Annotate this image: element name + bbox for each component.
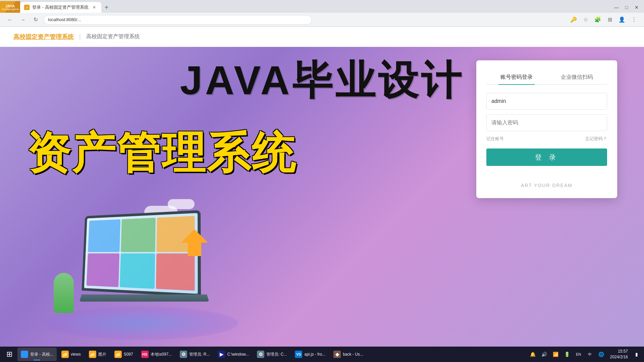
taskbar: ⊞ 🌐 登录 - 高校... 📁 views 📁 图片 📁 S097 HS 本地… [0, 347, 644, 362]
password-icon[interactable]: 🔑 [569, 15, 578, 24]
site-logo-link[interactable]: 高校固定资产管理系统 [13, 33, 74, 41]
taskbar-right-area: 🔔 🔊 📶 🔋 EN 中 🌐 15:57 2024/2/16 ▮ [528, 349, 641, 360]
back-taskbar-icon: ◆ [333, 351, 341, 358]
taskbar-item-back[interactable]: ◆ back - Us... [330, 348, 367, 361]
login-button[interactable]: 登 录 [486, 148, 607, 166]
s097-taskbar-icon: 📁 [114, 351, 122, 358]
figure-decoration [54, 273, 74, 313]
taskbar-battery-icon[interactable]: 🔋 [562, 350, 572, 359]
new-tab-button[interactable]: + [101, 2, 112, 13]
taskbar-network-icon[interactable]: 📶 [551, 350, 560, 359]
taskbar-volume-icon[interactable]: 🔊 [540, 350, 549, 359]
tab-bar: JAVA Vue&SpringBoot J 登录 - 高校固定资产管理系统 ✕ … [0, 0, 644, 13]
vscode-taskbar-label: api.js - fro... [304, 352, 325, 357]
laptop-illustration [77, 213, 218, 320]
login-tabs: 账号密码登录 企业微信扫码 [486, 70, 607, 85]
minimize-button[interactable]: — [612, 3, 621, 12]
s097-taskbar-label: S097 [124, 352, 133, 357]
illustration [27, 186, 262, 347]
mgr2-taskbar-icon: ⚙ [257, 351, 264, 358]
maximize-button[interactable]: □ [622, 3, 631, 12]
taskbar-item-mgr1[interactable]: ⚙ 管理员: R... [176, 348, 213, 361]
screen-block-4 [87, 253, 119, 287]
back-button[interactable]: ← [5, 15, 15, 24]
views-taskbar-label: views [71, 352, 81, 357]
forward-button[interactable]: → [18, 15, 28, 24]
laptop-screen-content [84, 213, 198, 294]
taskbar-clock[interactable]: 15:57 2024/2/16 [608, 349, 630, 360]
active-tab[interactable]: J 登录 - 高校固定资产管理系统 ✕ [20, 2, 101, 13]
start-button[interactable]: ⊞ [3, 348, 16, 361]
close-button[interactable]: ✕ [632, 3, 641, 12]
bookmark-icon[interactable]: ☆ [581, 15, 590, 24]
site-nav: 高校固定资产管理系统 | 高校固定资产管理系统 [0, 27, 644, 47]
taskbar-ime-icon[interactable]: 🌐 [597, 350, 606, 359]
pictures-taskbar-label: 图片 [98, 352, 106, 357]
login-panel: 账号密码登录 企业微信扫码 记住账号 忘记密码？ 登 录 ART YOUR DR… [476, 60, 617, 198]
main-content: JAVA毕业设计 资产管理系统 [0, 47, 644, 347]
views-taskbar-icon: 📁 [61, 351, 69, 358]
screen-block-1 [88, 219, 120, 252]
pictures-taskbar-icon: 📁 [89, 351, 96, 358]
taskbar-item-browser[interactable]: 🌐 登录 - 高校... [17, 348, 57, 361]
tab-title: 登录 - 高校固定资产管理系统 [32, 4, 89, 10]
screen-block-6 [156, 253, 195, 291]
browser-taskbar-icon: 🌐 [21, 351, 28, 358]
browser-taskbar-label: 登录 - 高校... [30, 352, 53, 357]
taskbar-keyboard-en[interactable]: EN [574, 350, 583, 359]
mgr2-taskbar-label: 管理员: C... [266, 352, 287, 357]
browser-logo: JAVA Vue&SpringBoot [0, 1, 20, 14]
taskbar-item-hs[interactable]: HS 本地\s097... [138, 348, 175, 361]
remember-account-label[interactable]: 记住账号 [486, 136, 504, 142]
clock-time: 15:57 [610, 349, 628, 354]
username-input[interactable] [486, 93, 607, 110]
tab-account-password[interactable]: 账号密码登录 [486, 70, 547, 84]
start-icon: ⊞ [6, 350, 12, 359]
taskbar-item-s097[interactable]: 📁 S097 [111, 348, 137, 361]
toolbar-icons: 🔑 ☆ 🧩 ⊞ 👤 ⋮ [569, 15, 639, 24]
hs-taskbar-label: 本地\s097... [151, 352, 172, 357]
login-options: 记住账号 忘记密码？ [486, 136, 607, 142]
logo-java-text: JAVA [5, 4, 15, 8]
back-taskbar-label: back - Us... [343, 352, 363, 357]
password-input[interactable] [486, 114, 607, 131]
taskbar-notification-icon[interactable]: 🔔 [528, 350, 538, 359]
forget-password-link[interactable]: 忘记密码？ [585, 136, 607, 142]
profile-icon[interactable]: 👤 [617, 15, 627, 24]
taskbar-keyboard-zh[interactable]: 中 [585, 350, 595, 359]
laptop-screen [82, 210, 201, 297]
mgr1-taskbar-label: 管理员: R... [189, 352, 210, 357]
tab-favicon: J [24, 5, 30, 10]
nav-divider: | [79, 33, 81, 40]
window-controls: — □ ✕ [612, 3, 644, 12]
laptop-keyboard [79, 295, 209, 302]
menu-icon[interactable]: ⋮ [629, 15, 639, 24]
vscode-taskbar-icon: VS [295, 351, 302, 358]
browser-chrome: JAVA Vue&SpringBoot J 登录 - 高校固定资产管理系统 ✕ … [0, 0, 644, 27]
taskbar-item-mgr2[interactable]: ⚙ 管理员: C... [254, 348, 290, 361]
taskbar-item-views[interactable]: 📁 views [58, 348, 84, 361]
refresh-button[interactable]: ↻ [31, 15, 40, 24]
tab-close-button[interactable]: ✕ [91, 4, 97, 10]
screen-block-5 [120, 253, 155, 289]
address-bar: ← → ↻ localhost:8080/... 🔑 ☆ 🧩 ⊞ 👤 ⋮ [0, 13, 644, 27]
cloud-decoration-2 [168, 199, 195, 209]
cmd-taskbar-icon: ▶ [218, 351, 225, 358]
clock-date: 2024/2/16 [610, 354, 628, 360]
split-icon[interactable]: ⊞ [605, 15, 614, 24]
logo-sub-text: Vue&SpringBoot [1, 8, 19, 10]
taskbar-show-desktop[interactable]: ▮ [632, 350, 641, 359]
url-text: localhost:8080/... [48, 17, 81, 22]
taskbar-item-vscode[interactable]: VS api.js - fro... [291, 348, 329, 361]
bottom-slogan: ART YOUR DREAM [486, 183, 607, 188]
mgr1-taskbar-icon: ⚙ [180, 351, 187, 358]
screen-block-2 [121, 218, 156, 252]
taskbar-item-pictures[interactable]: 📁 图片 [86, 348, 110, 361]
taskbar-item-cmd[interactable]: ▶ C:\window... [214, 348, 252, 361]
cmd-taskbar-label: C:\window... [227, 352, 249, 357]
site-nav-breadcrumb: 高校固定资产管理系统 [86, 33, 140, 40]
url-bar[interactable]: localhost:8080/... [44, 15, 312, 24]
hero-subtitle: 资产管理系统 [27, 124, 297, 183]
tab-wechat-scan[interactable]: 企业微信扫码 [547, 70, 607, 84]
extensions-icon[interactable]: 🧩 [593, 15, 602, 24]
